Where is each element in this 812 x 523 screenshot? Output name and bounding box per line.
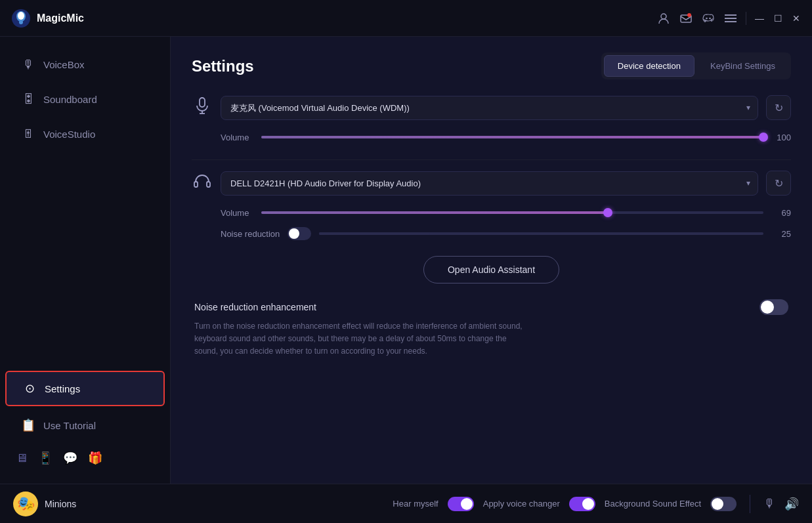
content-body: 麦克风 (Voicemod Virtual Audio Device (WDM)…	[171, 79, 812, 484]
mic-volume-row: Volume 100	[221, 131, 791, 144]
hear-myself-toggle[interactable]	[448, 497, 474, 511]
enhancement-toggle-thumb	[761, 301, 774, 314]
user-icon[interactable]	[656, 11, 671, 26]
sidebar-item-label-voicebox: VoiceBox	[43, 59, 85, 70]
app-logo: MagicMic	[11, 8, 84, 29]
svg-point-8	[709, 17, 711, 19]
sidebar-item-label-settings: Settings	[45, 383, 80, 394]
soundboard-icon: 🎛	[21, 93, 35, 106]
voicestudio-icon: 🎚	[21, 127, 35, 141]
tab-device-detection[interactable]: Device detection	[604, 55, 694, 77]
apply-voice-changer-thumb	[582, 498, 594, 510]
hp-volume-value: 69	[771, 208, 791, 218]
titlebar-actions: — ☐ ✕	[656, 11, 801, 26]
mic-select[interactable]: 麦克风 (Voicemod Virtual Audio Device (WDM)…	[221, 96, 758, 120]
hp-slider-track	[261, 211, 763, 214]
app-name: MagicMic	[37, 12, 84, 24]
enhancement-toggle[interactable]	[759, 299, 788, 315]
speaker-bottom-icon[interactable]: 🔊	[784, 497, 799, 511]
svg-rect-16	[207, 182, 210, 187]
mic-volume-value: 100	[771, 133, 791, 142]
mic-refresh-btn[interactable]: ↻	[766, 95, 791, 120]
close-btn[interactable]: ✕	[791, 13, 801, 24]
enhancement-section: Noise reduction enhancement Turn on the …	[192, 299, 791, 358]
mic-bottom-icon[interactable]: 🎙	[763, 497, 775, 511]
mic-slider-fill	[261, 136, 763, 138]
gift-bottom-icon[interactable]: 🎁	[88, 451, 102, 465]
hp-select[interactable]: DELL D2421H (HD Audio Driver for Display…	[221, 171, 758, 196]
sidebar-bottom-icons: 🖥 📱 💬 🎁	[0, 443, 170, 473]
mic-volume-slider[interactable]	[261, 131, 763, 144]
hear-myself-label: Hear myself	[393, 499, 438, 509]
hp-volume-label: Volume	[221, 208, 253, 218]
tab-group: Device detection KeyBind Settings	[601, 52, 791, 79]
background-sound-label: Background Sound Effect	[605, 499, 701, 509]
hp-device-row: DELL D2421H (HD Audio Driver for Display…	[192, 171, 791, 196]
tutorial-icon: 📋	[21, 418, 35, 432]
sidebar-item-label-soundboard: Soundboard	[43, 94, 97, 105]
audio-assistant-wrapper: Open Audio Assistant	[192, 256, 791, 283]
hp-volume-row: Volume 69	[221, 206, 791, 219]
noise-slider-track	[319, 232, 763, 235]
svg-rect-15	[194, 182, 198, 187]
enhancement-desc: Turn on the noise reduction enhancement …	[194, 320, 523, 358]
avatar-emoji: 🎭	[17, 495, 35, 513]
background-sound-toggle[interactable]	[710, 497, 737, 511]
monitor-bottom-icon[interactable]: 🖥	[16, 451, 28, 465]
noise-label: Noise reduction	[221, 229, 280, 239]
svg-point-3	[19, 20, 23, 24]
section-divider-1	[192, 159, 791, 160]
sidebar: 🎙 VoiceBox 🎛 Soundboard 🎚 VoiceStudio ⊙ …	[0, 37, 171, 484]
background-sound-thumb	[712, 498, 723, 510]
svg-point-2	[18, 12, 24, 20]
maximize-btn[interactable]: ☐	[773, 13, 783, 24]
noise-slider-fill	[319, 232, 430, 235]
hp-refresh-btn[interactable]: ↻	[766, 171, 791, 196]
minimize-btn[interactable]: —	[754, 13, 765, 24]
sidebar-item-soundboard[interactable]: 🎛 Soundboard	[5, 83, 165, 115]
tab-keybind-settings[interactable]: KeyBind Settings	[697, 55, 788, 77]
noise-toggle[interactable]	[288, 227, 311, 240]
mic-icon	[192, 96, 213, 119]
noise-slider[interactable]	[319, 227, 763, 240]
phone-bottom-icon[interactable]: 📱	[38, 451, 53, 465]
bottombar-separator	[750, 495, 750, 513]
enhancement-header: Noise reduction enhancement	[194, 299, 788, 315]
page-title: Settings	[192, 57, 254, 75]
mic-slider-track	[261, 136, 763, 138]
character-name: Minions	[45, 499, 76, 509]
menu-icon[interactable]	[723, 11, 738, 26]
svg-point-4	[661, 14, 666, 19]
microphone-section: 麦克风 (Voicemod Virtual Audio Device (WDM)…	[192, 95, 791, 144]
hp-slider-fill	[261, 211, 608, 214]
discord-icon[interactable]	[701, 11, 716, 26]
hp-slider-thumb[interactable]	[603, 208, 612, 217]
mic-select-wrapper: 麦克风 (Voicemod Virtual Audio Device (WDM)…	[221, 96, 758, 120]
sidebar-item-voicebox[interactable]: 🎙 VoiceBox	[5, 49, 165, 81]
noise-row: Noise reduction 25	[221, 227, 791, 240]
titlebar: MagicMic — ☐ ✕	[0, 0, 812, 37]
sidebar-item-voicestudio[interactable]: 🎚 VoiceStudio	[5, 118, 165, 150]
headphone-section: DELL D2421H (HD Audio Driver for Display…	[192, 171, 791, 240]
logo-icon	[11, 8, 32, 29]
settings-icon: ⊙	[22, 381, 37, 396]
sidebar-item-label-voicestudio: VoiceStudio	[43, 129, 95, 140]
mic-slider-thumb[interactable]	[759, 133, 768, 142]
sidebar-item-tutorial[interactable]: 📋 Use Tutorial	[5, 409, 165, 442]
svg-point-7	[706, 17, 708, 19]
main-layout: 🎙 VoiceBox 🎛 Soundboard 🎚 VoiceStudio ⊙ …	[0, 37, 812, 484]
apply-voice-changer-label: Apply voice changer	[483, 499, 560, 509]
titlebar-sep	[746, 12, 746, 25]
hp-volume-slider[interactable]	[261, 206, 763, 219]
mic-volume-label: Volume	[221, 133, 253, 142]
bottombar: 🎭 Minions Hear myself Apply voice change…	[0, 484, 812, 523]
chat-bottom-icon[interactable]: 💬	[63, 451, 77, 465]
audio-assistant-btn[interactable]: Open Audio Assistant	[423, 256, 559, 283]
voicebox-icon: 🎙	[21, 58, 35, 72]
hp-select-wrapper: DELL D2421H (HD Audio Driver for Display…	[221, 171, 758, 196]
apply-voice-changer-toggle[interactable]	[569, 497, 595, 511]
enhancement-label: Noise reduction enhancement	[194, 302, 316, 312]
noise-value: 25	[771, 229, 791, 239]
mail-icon[interactable]	[679, 11, 693, 26]
sidebar-item-settings[interactable]: ⊙ Settings	[5, 371, 165, 406]
